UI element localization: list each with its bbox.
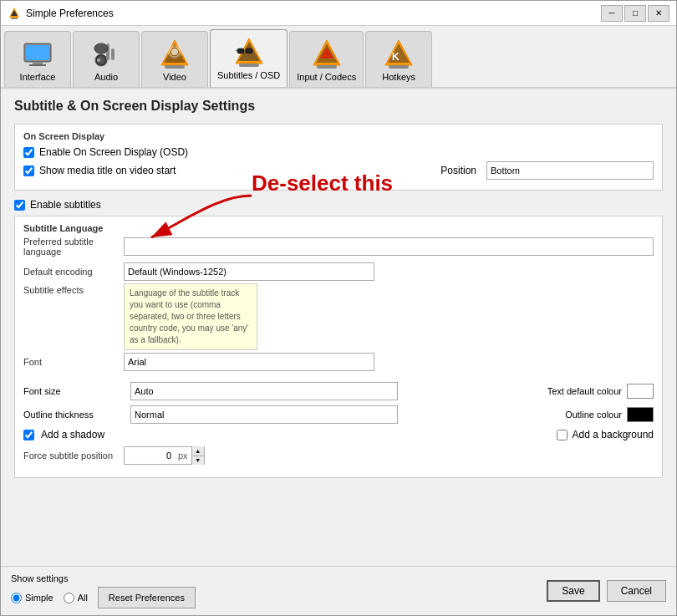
encoding-select[interactable]: Default (Windows-1252): [124, 262, 374, 281]
maximize-button[interactable]: □: [624, 5, 646, 22]
all-label[interactable]: All: [78, 593, 88, 603]
text-colour-swatch[interactable]: [627, 384, 654, 399]
svg-line-25: [236, 50, 237, 51]
codecs-icon: [310, 37, 344, 70]
close-button[interactable]: ✕: [648, 5, 669, 22]
font-select[interactable]: Arial: [124, 353, 374, 371]
tab-codecs[interactable]: Input / Codecs: [289, 31, 364, 87]
outline-row: Outline thickness Normal Thin Thick Outl…: [23, 405, 654, 424]
enable-osd-label[interactable]: Enable On Screen Display (OSD): [39, 146, 188, 158]
font-row: Font Arial: [23, 352, 654, 372]
svg-rect-15: [165, 65, 185, 69]
effects-label: Subtitle effects: [23, 283, 124, 295]
subtitles-icon: [232, 35, 266, 69]
font-size-row: Font size Auto Small Normal Large Text d…: [23, 382, 654, 400]
spinbox-down-arrow[interactable]: ▼: [192, 456, 204, 466]
font-label: Font: [23, 357, 124, 367]
enable-osd-checkbox[interactable]: [23, 147, 34, 158]
simple-label[interactable]: Simple: [25, 593, 53, 603]
tab-subtitles[interactable]: Subtitles / OSD: [210, 29, 288, 87]
encoding-effects-row: Default encoding Default (Windows-1252) …: [23, 262, 654, 377]
position-label: Position: [440, 165, 476, 176]
tab-video-label: Video: [163, 72, 186, 82]
force-position-input[interactable]: [125, 447, 175, 464]
add-shadow-checkbox[interactable]: [23, 430, 34, 440]
reset-preferences-button[interactable]: Reset Preferences: [98, 587, 196, 608]
outline-thickness-select[interactable]: Normal Thin Thick: [130, 405, 398, 424]
svg-rect-2: [11, 18, 18, 19]
subtitle-settings-group: Subtitle Language Preferred subtitle lan…: [14, 216, 663, 478]
vlc-icon: [8, 7, 21, 20]
effects-tooltip: Language of the subtitle track you want …: [124, 283, 257, 350]
tab-hotkeys-label: Hotkeys: [382, 72, 415, 82]
enable-subtitles-row: Enable subtitles: [14, 199, 663, 211]
font-size-label: Font size: [23, 386, 124, 396]
outline-colour-label: Outline colour: [565, 410, 622, 420]
force-position-spinbox[interactable]: px ▲ ▼: [124, 446, 205, 465]
save-button[interactable]: Save: [547, 580, 599, 602]
tab-interface-label: Interface: [20, 72, 56, 82]
tab-interface[interactable]: Interface: [4, 31, 71, 87]
tab-codecs-label: Input / Codecs: [297, 72, 356, 82]
content-area: Subtitle & On Screen Display Settings De…: [1, 89, 676, 566]
osd-group: On Screen Display Enable On Screen Displ…: [14, 124, 663, 191]
title-bar-controls: ─ □ ✕: [601, 5, 669, 22]
svg-rect-5: [33, 62, 43, 64]
svg-rect-10: [111, 48, 115, 60]
preferred-lang-label: Preferred subtitle language: [23, 237, 124, 257]
show-media-title-label[interactable]: Show media title on video start: [39, 165, 176, 176]
svg-point-11: [94, 43, 108, 53]
svg-rect-23: [246, 48, 252, 53]
settings-mode-group: Simple All Reset Preferences: [11, 587, 196, 608]
enable-osd-row: Enable On Screen Display (OSD): [23, 146, 654, 158]
all-radio[interactable]: [64, 593, 74, 603]
tabs-bar: Interface Audio: [1, 26, 676, 89]
window-title: Simple Preferences: [26, 8, 114, 19]
add-shadow-label[interactable]: Add a shadow: [41, 429, 104, 440]
add-background-label[interactable]: Add a background: [573, 429, 654, 440]
tab-subtitles-label: Subtitles / OSD: [217, 70, 280, 80]
bottom-left: Show settings Simple All Reset Preferenc…: [11, 573, 196, 608]
svg-rect-6: [29, 64, 46, 66]
osd-group-label: On Screen Display: [23, 131, 654, 141]
tab-video[interactable]: Video: [141, 31, 208, 87]
svg-rect-21: [239, 64, 259, 67]
show-media-title-checkbox[interactable]: [23, 165, 34, 176]
outline-thickness-label: Outline thickness: [23, 410, 124, 420]
svg-text:K: K: [392, 51, 400, 63]
simple-radio[interactable]: [11, 593, 22, 603]
bottom-right: Save Cancel: [547, 580, 666, 602]
tab-audio[interactable]: Audio: [73, 31, 140, 87]
subtitle-language-label: Subtitle Language: [23, 223, 654, 233]
cancel-button[interactable]: Cancel: [607, 580, 666, 602]
encoding-label: Default encoding: [23, 267, 124, 277]
interface-icon: [21, 37, 54, 70]
show-settings-label: Show settings: [11, 573, 196, 583]
outline-colour-swatch[interactable]: [627, 407, 654, 422]
enable-subtitles-checkbox[interactable]: [14, 200, 25, 211]
title-bar-left: Simple Preferences: [8, 7, 114, 20]
svg-rect-4: [26, 45, 49, 60]
preferred-lang-row: Preferred subtitle language: [23, 237, 654, 257]
minimize-button[interactable]: ─: [601, 5, 623, 22]
preferred-lang-content: [124, 237, 654, 256]
shadow-background-row: Add a shadow Add a background: [23, 429, 654, 440]
font-size-select[interactable]: Auto Small Normal Large: [130, 382, 398, 400]
tab-hotkeys[interactable]: K Hotkeys: [365, 31, 432, 87]
tab-audio-label: Audio: [94, 72, 118, 82]
video-icon: [158, 37, 191, 70]
all-radio-row: All: [64, 593, 88, 603]
force-position-unit: px: [175, 451, 191, 461]
spinbox-up-arrow[interactable]: ▲: [192, 446, 204, 456]
force-position-row: Force subtitle position px ▲ ▼: [23, 445, 654, 466]
preferred-lang-input[interactable]: [124, 237, 654, 256]
svg-point-12: [97, 59, 100, 62]
add-background-checkbox[interactable]: [557, 430, 568, 440]
main-window: Simple Preferences ─ □ ✕ Interface: [0, 0, 677, 616]
svg-rect-33: [389, 65, 409, 69]
enable-subtitles-label[interactable]: Enable subtitles: [30, 199, 101, 211]
section-title: Subtitle & On Screen Display Settings: [14, 99, 663, 114]
audio-icon: [89, 37, 123, 70]
show-media-title-row: Show media title on video start Position…: [23, 161, 654, 180]
position-select[interactable]: Bottom Top: [486, 161, 654, 180]
